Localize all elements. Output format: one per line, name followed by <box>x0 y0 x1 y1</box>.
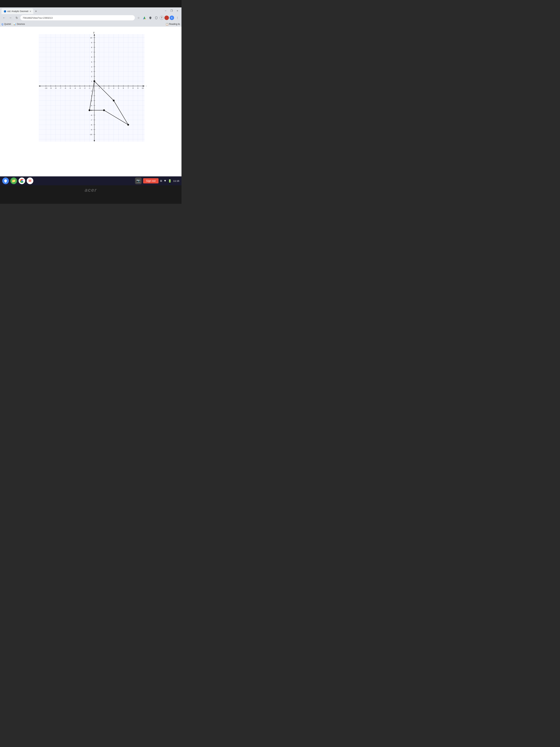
bookmark-star-icon[interactable]: ☆ <box>136 15 141 20</box>
desmos-label: Desmos <box>17 23 25 25</box>
quizlet-icon: Q <box>1 23 3 26</box>
wifi-icon[interactable]: ▼ <box>164 179 167 182</box>
page-content: x y -10 -9 -8 -7 -6 - <box>0 27 182 176</box>
quizlet-label: Quizlet <box>4 23 11 25</box>
svg-text:-1: -1 <box>89 87 90 89</box>
svg-text:-8: -8 <box>90 124 92 126</box>
close-button[interactable]: × <box>175 9 180 13</box>
svg-text:8: 8 <box>91 46 92 48</box>
taskbar-gmail[interactable]: M <box>27 178 33 184</box>
svg-text:3: 3 <box>91 71 92 73</box>
bezel-bottom: acer <box>0 185 182 204</box>
svg-text:8: 8 <box>133 87 134 89</box>
svg-text:-8: -8 <box>55 87 56 89</box>
shield-icon-1[interactable] <box>148 15 153 20</box>
vertex-b <box>113 100 115 102</box>
svg-text:7: 7 <box>128 87 129 89</box>
clock: 11:16 <box>173 180 179 182</box>
address-bar-row: ← → ↻ 7561882/View?ou=2393213 ☆ <box>0 14 182 22</box>
desmos-icon: 📊 <box>13 23 16 25</box>
svg-text:-9: -9 <box>50 87 52 89</box>
window-controls: − ❐ × <box>163 9 180 14</box>
screenshot-icon[interactable]: 📷 <box>135 178 142 184</box>
svg-text:-3: -3 <box>79 87 81 89</box>
address-bar[interactable]: 7561882/View?ou=2393213 <box>20 15 135 20</box>
taskbar-chrome[interactable] <box>19 178 25 184</box>
vertex-c <box>127 124 129 126</box>
coordinate-graph: x y -10 -9 -8 -7 -6 - <box>35 30 146 145</box>
bookmark-desmos[interactable]: 📊 Desmos <box>13 23 25 25</box>
help-icon[interactable]: ? <box>160 16 164 20</box>
svg-text:4: 4 <box>113 87 114 89</box>
menu-icon[interactable]: ≡ <box>160 179 162 183</box>
restore-button[interactable]: ❐ <box>169 9 174 13</box>
toolbar-icons: ☆ ? <box>136 15 180 20</box>
taskbar: 📁 M 📷 Sign out ≡ ▼ 🔋 11:16 <box>0 176 182 185</box>
battery-icon[interactable]: 🔋 <box>168 179 172 183</box>
svg-text:5: 5 <box>91 61 92 63</box>
bezel-top <box>0 0 182 7</box>
svg-text:3: 3 <box>108 87 109 89</box>
vertex-e <box>88 109 90 111</box>
reading-list-button[interactable]: 📋 Reading lis <box>165 23 180 26</box>
svg-text:9: 9 <box>91 42 92 44</box>
sign-out-button[interactable]: Sign out <box>143 178 159 183</box>
tab-bar: 🔵 est: Analytic Geometr × + − ❐ × <box>0 7 182 14</box>
svg-text:-10: -10 <box>90 133 92 135</box>
svg-text:10: 10 <box>90 37 92 39</box>
svg-text:1: 1 <box>99 87 100 89</box>
svg-text:-7: -7 <box>60 87 61 89</box>
svg-text:-6: -6 <box>90 114 92 116</box>
svg-text:6: 6 <box>123 87 124 89</box>
google-drive-icon[interactable] <box>142 15 147 20</box>
svg-text:-10: -10 <box>45 87 47 89</box>
svg-text:6: 6 <box>91 56 92 58</box>
acer-logo: acer <box>85 187 97 193</box>
svg-text:-9: -9 <box>90 129 92 131</box>
svg-text:-6: -6 <box>64 87 66 89</box>
taskbar-files[interactable]: 📁 <box>10 178 17 184</box>
c-icon[interactable]: C <box>170 16 174 20</box>
svg-text:2: 2 <box>104 87 104 89</box>
svg-text:-2: -2 <box>84 87 85 89</box>
svg-text:-1: -1 <box>90 90 92 92</box>
svg-text:5: 5 <box>118 87 119 89</box>
y-axis-label: y <box>93 31 95 34</box>
vertex-a <box>94 80 96 82</box>
graph-container: x y -10 -9 -8 -7 -6 - <box>35 30 146 145</box>
minimize-button[interactable]: − <box>163 9 168 13</box>
svg-text:4: 4 <box>91 66 92 68</box>
svg-text:-5: -5 <box>69 87 71 89</box>
active-tab[interactable]: 🔵 est: Analytic Geometr × <box>1 8 33 14</box>
svg-text:7: 7 <box>91 51 92 53</box>
svg-text:10: 10 <box>142 87 144 89</box>
forward-button[interactable]: → <box>8 15 13 20</box>
profile-icon[interactable] <box>164 16 169 20</box>
x-axis-label: x <box>146 84 146 87</box>
svg-text:-4: -4 <box>90 104 92 106</box>
bookmarks-bar: Q Quizlet 📊 Desmos 📋 Reading lis <box>0 22 182 27</box>
reload-button[interactable]: ↻ <box>14 15 19 20</box>
svg-text:-7: -7 <box>90 119 92 121</box>
tab-close-icon[interactable]: × <box>30 10 31 13</box>
bookmark-quizlet[interactable]: Q Quizlet <box>1 23 11 26</box>
new-tab-button[interactable]: + <box>33 9 38 14</box>
svg-text:-4: -4 <box>74 87 76 89</box>
browser-chrome: 🔵 est: Analytic Geometr × + − ❐ × ← → ↻ … <box>0 7 182 27</box>
svg-text:2: 2 <box>91 75 92 77</box>
address-text: 7561882/View?ou=2393213 <box>23 17 53 19</box>
reading-list-label: Reading lis <box>169 23 180 25</box>
svg-text:9: 9 <box>137 87 138 89</box>
extensions-icon[interactable]: ⋮ <box>175 15 180 20</box>
svg-text:1: 1 <box>91 80 92 82</box>
taskbar-launcher[interactable] <box>2 178 9 184</box>
shield-icon-2[interactable] <box>154 15 159 20</box>
back-button[interactable]: ← <box>1 15 7 20</box>
tab-title: est: Analytic Geometr <box>7 10 28 12</box>
vertex-d <box>103 109 105 111</box>
screen: 🔵 est: Analytic Geometr × + − ❐ × ← → ↻ … <box>0 7 182 185</box>
